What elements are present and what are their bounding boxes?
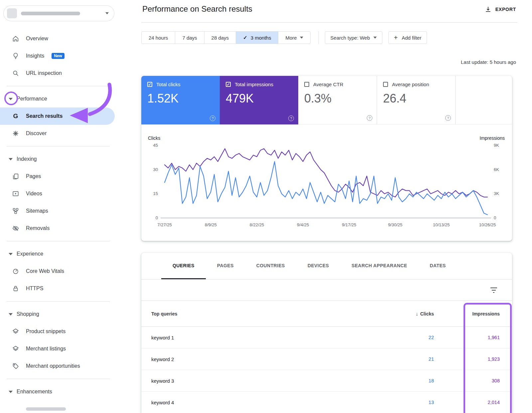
chart-tick-label: 45: [143, 143, 158, 148]
sidebar-item-removals[interactable]: Removals: [0, 220, 115, 237]
checkbox-unchecked-icon[interactable]: [304, 82, 309, 87]
impressions-cell: 2,014: [434, 400, 500, 405]
chart-tick-label: 15: [143, 191, 158, 196]
table-row[interactable]: keyword 1 22 1,961: [141, 327, 512, 348]
column-header-top-queries[interactable]: Top queries: [151, 311, 367, 316]
sidebar-item-https[interactable]: HTTPS: [0, 280, 115, 297]
sidebar-item-core-web-vitals[interactable]: Core Web Vitals: [0, 263, 115, 280]
divider: [319, 31, 319, 44]
metric-label: Total clicks: [156, 82, 181, 87]
property-selector[interactable]: [3, 5, 114, 21]
sidebar-item-partial[interactable]: [0, 400, 115, 413]
column-header-impressions[interactable]: Impressions: [434, 311, 500, 316]
tab-dates[interactable]: DATES: [418, 253, 457, 279]
sidebar-item-label: Discover: [26, 130, 47, 136]
tab-search-appearance[interactable]: SEARCH APPEARANCE: [340, 253, 418, 279]
search-type-button[interactable]: Search type: Web: [325, 31, 382, 44]
sidebar-section-performance[interactable]: Performance: [0, 90, 136, 107]
table-row[interactable]: keyword 2 21 1,923: [141, 348, 512, 370]
sidebar-item-insights[interactable]: Insights New: [0, 47, 115, 65]
tab-countries[interactable]: COUNTRIES: [245, 253, 296, 279]
tab-queries[interactable]: QUERIES: [161, 253, 206, 279]
chart-tick-label: 8/22/25: [250, 222, 264, 227]
property-name-redacted: [21, 12, 80, 15]
range-24-hours[interactable]: 24 hours: [142, 32, 175, 44]
sidebar-section-label: Enhancements: [17, 389, 52, 395]
chevron-down-icon: [9, 391, 13, 393]
sidebar-section-indexing[interactable]: Indexing: [0, 150, 136, 168]
chevron-down-icon: [9, 98, 13, 100]
sidebar-item-sitemaps[interactable]: Sitemaps: [0, 202, 115, 220]
checkbox-unchecked-icon[interactable]: [383, 82, 388, 87]
sidebar-item-videos[interactable]: Videos: [0, 185, 115, 202]
table-row[interactable]: keyword 4 13 2,014: [141, 392, 512, 413]
impressions-cell: 1,923: [434, 356, 500, 362]
chart-tick-label: 0: [143, 215, 158, 220]
sidebar-section-label: Shopping: [17, 311, 39, 317]
sidebar-item-pages[interactable]: Pages: [0, 168, 115, 185]
sidebar-item-discover[interactable]: Discover: [0, 125, 115, 142]
total-clicks-tile[interactable]: ✓ Total clicks 1.52K ?: [141, 76, 220, 124]
sidebar-item-label: URL inspection: [26, 70, 62, 76]
sidebar-section-experience[interactable]: Experience: [0, 245, 136, 263]
add-filter-button[interactable]: + Add filter: [388, 31, 427, 44]
sidebar-item-product-snippets[interactable]: Product snippets: [0, 323, 115, 340]
metric-value: 26.4: [383, 92, 449, 105]
sidebar-item-label: Sitemaps: [26, 208, 48, 214]
divider: [7, 301, 110, 302]
tab-devices[interactable]: DEVICES: [296, 253, 340, 279]
table-row[interactable]: keyword 3 18 308: [141, 370, 512, 392]
plus-icon: +: [394, 34, 398, 41]
total-impressions-tile[interactable]: ✓ Total impressions 479K ?: [220, 76, 298, 124]
sidebar-item-label: Merchant listings: [26, 346, 66, 352]
chevron-down-icon: [9, 253, 13, 255]
divider: [7, 146, 110, 146]
average-position-tile[interactable]: Average position 26.4 ?: [377, 76, 455, 124]
lock-icon: [12, 285, 19, 292]
sidebar-section-shopping[interactable]: Shopping: [0, 306, 136, 323]
sidebar-item-merchant-opportunities[interactable]: Merchant opportunities: [0, 357, 115, 375]
chart-tick-label: 9K: [494, 143, 508, 148]
sidebar-item-url-inspection[interactable]: URL inspection: [0, 65, 115, 82]
sidebar: Overview Insights New URL inspection Per…: [0, 0, 136, 413]
date-range-control: 24 hours 7 days 28 days ✓ 3 months More: [141, 31, 311, 44]
sidebar-item-label: Videos: [26, 191, 42, 197]
metric-label: Total impressions: [235, 82, 273, 87]
chart-tick-label: 9/4/25: [297, 222, 309, 227]
chart-tick-label: 9/30/25: [388, 222, 402, 227]
lightbulb-icon: [12, 52, 19, 60]
range-3-months[interactable]: ✓ 3 months: [236, 32, 278, 44]
chevron-down-icon: [105, 12, 109, 14]
checkbox-checked-icon[interactable]: ✓: [147, 82, 152, 87]
sidebar-item-search-results[interactable]: G Search results: [0, 107, 115, 125]
table-header: Top queries ↓ Clicks Impressions: [141, 301, 512, 327]
metric-label: Average CTR: [313, 82, 343, 87]
help-icon[interactable]: ?: [445, 115, 451, 121]
tab-pages[interactable]: PAGES: [206, 253, 245, 279]
range-28-days[interactable]: 28 days: [204, 32, 236, 44]
column-header-clicks[interactable]: ↓ Clicks: [367, 311, 434, 316]
sidebar-item-label: Merchant opportunities: [26, 363, 80, 369]
range-more[interactable]: More: [278, 32, 310, 44]
average-ctr-tile[interactable]: Average CTR 0.3% ?: [298, 76, 377, 124]
sidebar-item-overview[interactable]: Overview: [0, 30, 115, 47]
dimensions-table-card: QUERIES PAGES COUNTRIES DEVICES SEARCH A…: [141, 253, 512, 413]
export-button[interactable]: EXPORT: [485, 6, 516, 13]
layers-icon: [12, 345, 19, 352]
filter-list-icon[interactable]: [490, 287, 497, 293]
metric-value: 479K: [226, 92, 292, 105]
checkbox-checked-icon[interactable]: ✓: [226, 82, 231, 87]
sidebar-item-label: HTTPS: [26, 286, 43, 292]
download-icon: [485, 6, 491, 13]
divider: [141, 22, 517, 23]
chart-tick-label: 9/17/25: [342, 222, 356, 227]
range-7-days[interactable]: 7 days: [175, 32, 204, 44]
sidebar-section-enhancements[interactable]: Enhancements: [0, 383, 136, 400]
redacted-label: [26, 407, 66, 411]
help-icon[interactable]: ?: [288, 115, 294, 121]
help-icon[interactable]: ?: [367, 115, 372, 121]
chevron-down-icon: [9, 158, 13, 160]
sidebar-item-merchant-listings[interactable]: Merchant listings: [0, 340, 115, 357]
impressions-line: [165, 149, 487, 197]
help-icon[interactable]: ?: [210, 115, 215, 121]
